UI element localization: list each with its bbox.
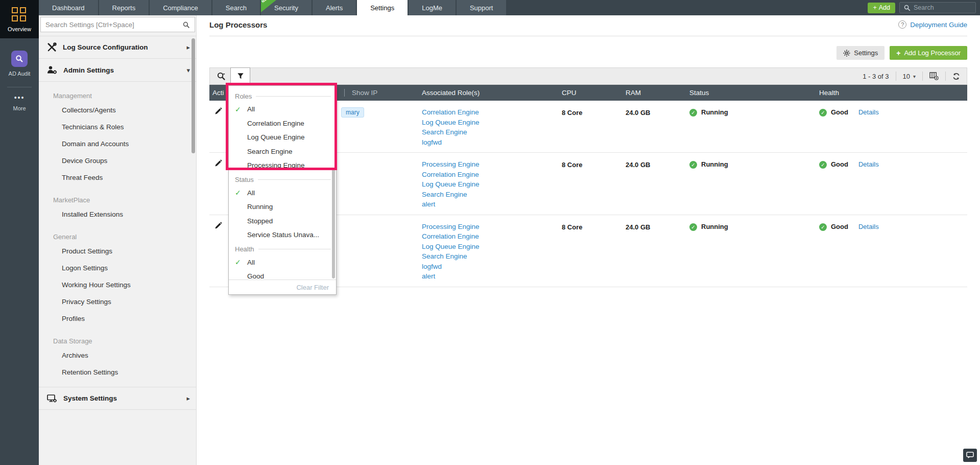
rail-item-more[interactable]: ••• More: [0, 91, 39, 118]
deployment-guide-link[interactable]: ? Deployment Guide: [898, 20, 967, 29]
global-search-box[interactable]: [899, 2, 976, 13]
sidebar-item-device-groups[interactable]: Device Groups: [39, 152, 196, 169]
details-link[interactable]: Details: [858, 108, 879, 116]
filter-option-roles-log-queue-engine[interactable]: Log Queue Engine: [235, 130, 331, 145]
role-link[interactable]: Search Engine: [422, 190, 557, 200]
show-ip-column-header[interactable]: Show IP: [337, 89, 417, 97]
nav-tab-alerts[interactable]: Alerts: [313, 0, 356, 15]
health-check-icon: ✓: [819, 109, 827, 117]
sidebar-item-log-source-configuration[interactable]: Log Source Configuration ▸: [39, 36, 196, 59]
nav-tab-support[interactable]: Support: [457, 0, 507, 15]
sidebar-item-technicians-roles[interactable]: Technicians & Roles: [39, 119, 196, 135]
sidebar-search-input[interactable]: [40, 17, 195, 32]
sidebar-item-collectors-agents[interactable]: Collectors/Agents: [39, 102, 196, 119]
sidebar-item-system-settings[interactable]: System Settings ▸: [39, 387, 196, 410]
sidebar-item-archives[interactable]: Archives: [39, 347, 196, 364]
roles-column-header: Associated Role(s): [417, 89, 557, 97]
role-link[interactable]: Log Queue Engine: [422, 179, 557, 190]
sidebar-scrollbar[interactable]: [192, 38, 195, 153]
nav-right-cluster: + Add: [868, 0, 980, 15]
role-link[interactable]: Correlation Engine: [422, 107, 557, 118]
dropdown-scrollbar[interactable]: [332, 169, 335, 278]
status-column-header: Status: [684, 89, 814, 97]
health-text: Good: [831, 108, 848, 116]
app-root: Dashboard Reports Compliance Search Secu…: [0, 0, 980, 465]
filter-option-roles-processing-engine[interactable]: Processing Engine: [235, 158, 331, 173]
filter-option-health-all[interactable]: ✓ All: [235, 255, 331, 270]
chevron-right-icon: ▸: [186, 43, 190, 51]
sidebar-item-installed-extensions[interactable]: Installed Extensions: [39, 206, 196, 223]
title-divider: [209, 36, 967, 36]
rail-divider: [7, 87, 32, 87]
role-link[interactable]: Processing Engine: [422, 222, 557, 232]
filter-option-status-all[interactable]: ✓ All: [235, 186, 331, 200]
role-link[interactable]: Log Queue Engine: [422, 242, 557, 252]
add-log-processor-button[interactable]: + Add Log Processor: [890, 46, 967, 60]
nav-tab-dashboard[interactable]: Dashboard: [39, 0, 98, 15]
role-link[interactable]: alert: [422, 271, 557, 282]
column-chooser-button[interactable]: [922, 72, 945, 81]
top-nav: Dashboard Reports Compliance Search Secu…: [39, 0, 980, 15]
sidebar-item-product-settings[interactable]: Product Settings: [39, 243, 196, 260]
role-link[interactable]: Log Queue Engine: [422, 118, 557, 128]
filter-option-health-good[interactable]: Good: [235, 269, 331, 281]
sidebar-section-title: Management: [39, 82, 196, 102]
nav-tab-logme[interactable]: LogMe: [409, 0, 456, 15]
rail-item-overview[interactable]: Overview: [0, 0, 39, 38]
role-link[interactable]: logfwd: [422, 262, 557, 272]
nav-tab-search[interactable]: Search: [212, 0, 260, 15]
role-link[interactable]: alert: [422, 199, 557, 210]
sidebar-item-profiles[interactable]: Profiles: [39, 310, 196, 327]
refresh-button[interactable]: [945, 72, 967, 81]
clear-filter-button[interactable]: Clear Filter: [296, 284, 329, 291]
filter-option-status-service-status-unava-[interactable]: Service Status Unava...: [235, 228, 331, 242]
feedback-chat-button[interactable]: [963, 449, 977, 462]
role-link[interactable]: Correlation Engine: [422, 170, 557, 180]
edit-pencil-icon[interactable]: [212, 222, 222, 229]
filter-option-roles-all[interactable]: ✓ All: [235, 102, 331, 117]
plus-icon: +: [873, 4, 876, 11]
nav-tab-settings[interactable]: Settings: [357, 0, 408, 15]
sidebar-item-logon-settings[interactable]: Logon Settings: [39, 260, 196, 276]
role-link[interactable]: Correlation Engine: [422, 231, 557, 242]
filter-option-status-running[interactable]: Running: [235, 200, 331, 214]
role-link[interactable]: Processing Engine: [422, 159, 557, 170]
role-link[interactable]: logfwd: [422, 137, 557, 148]
filter-option-status-stopped[interactable]: Stopped: [235, 214, 331, 228]
ram-column-header: RAM: [620, 89, 684, 97]
details-link[interactable]: Details: [858, 160, 879, 168]
settings-button[interactable]: Settings: [836, 46, 885, 60]
nav-tab-security[interactable]: Security NEW: [261, 0, 312, 15]
nav-tab-reports[interactable]: Reports: [99, 0, 149, 15]
table-search-icon[interactable]: [217, 72, 226, 81]
details-link[interactable]: Details: [858, 223, 879, 230]
admin-users-icon: [47, 65, 57, 75]
check-icon: ✓: [235, 105, 247, 113]
filter-group-title-status: Status: [235, 174, 331, 186]
sidebar-item-domain-and-accounts[interactable]: Domain and Accounts: [39, 135, 196, 152]
rail-item-ad-audit[interactable]: AD Audit: [0, 38, 39, 83]
cpu-column-header: CPU: [557, 89, 620, 97]
sidebar-item-retention-settings[interactable]: Retention Settings: [39, 364, 196, 381]
nav-tab-compliance[interactable]: Compliance: [150, 0, 211, 15]
add-button[interactable]: + Add: [868, 3, 895, 13]
primary-badge: mary: [341, 107, 364, 118]
edit-pencil-icon[interactable]: [212, 159, 222, 167]
role-link[interactable]: Search Engine: [422, 251, 557, 262]
sidebar-item-working-hour-settings[interactable]: Working Hour Settings: [39, 276, 196, 293]
settings-sidebar: Log Source Configuration ▸ Admin Setting…: [39, 15, 197, 465]
sidebar-search-icon[interactable]: [183, 21, 190, 29]
filter-button[interactable]: [230, 67, 250, 85]
sidebar-item-privacy-settings[interactable]: Privacy Settings: [39, 293, 196, 310]
global-search-input[interactable]: [914, 4, 965, 11]
role-link[interactable]: Search Engine: [422, 127, 557, 137]
edit-pencil-icon[interactable]: [212, 107, 222, 115]
filter-option-roles-search-engine[interactable]: Search Engine: [235, 145, 331, 159]
filter-option-roles-correlation-engine[interactable]: Correlation Engine: [235, 117, 331, 131]
sidebar-item-admin-settings[interactable]: Admin Settings ▾: [39, 59, 196, 82]
health-column-header: Health: [814, 89, 967, 97]
plus-icon: +: [896, 49, 900, 57]
page-size-select[interactable]: 10 ▾: [896, 72, 923, 81]
status-check-icon: ✓: [689, 109, 697, 117]
sidebar-item-threat-feeds[interactable]: Threat Feeds: [39, 169, 196, 186]
